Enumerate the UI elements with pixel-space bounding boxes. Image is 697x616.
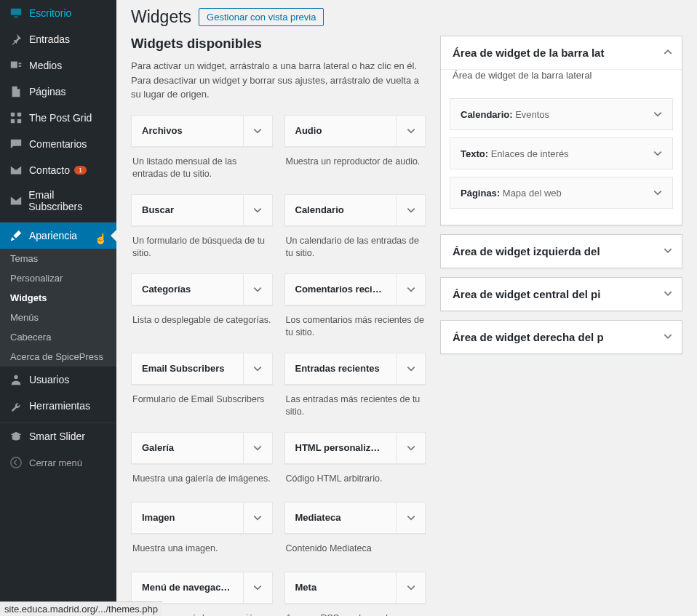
widget-area: Área de widget derecha del p [440,320,682,354]
sidebar-item-contacto[interactable]: Contacto 1 [0,157,116,183]
svg-point-7 [11,457,21,468]
widget-description: Un formulario de búsqueda de tu sitio. [131,226,273,273]
sidebar-item-smart-slider[interactable]: Smart Slider [0,423,116,449]
sidebar-item-the-post-grid[interactable]: The Post Grid [0,105,116,131]
mail-icon [9,163,23,177]
svg-rect-0 [19,63,22,64]
widget-area: Área de widget izquierda del [440,234,682,268]
widget-subtitle: Mapa del web [503,188,562,199]
available-widget[interactable]: Mediateca [284,502,426,534]
widget-toggle[interactable] [396,195,425,225]
submenu-item-cabecera[interactable]: Cabecera [0,327,116,347]
svg-rect-5 [17,119,21,123]
widget-toggle[interactable] [643,99,672,129]
widget-area-header[interactable]: Área de widget izquierda del [441,235,682,268]
widget-description: Muestra una imagen. [131,534,273,572]
collapse-menu-button[interactable]: Cerrar menú [0,449,116,476]
available-widget[interactable]: Categorías [131,273,273,305]
sidebar-item-usuarios[interactable]: Usuarios [0,367,116,393]
sidebar-item-apariencia[interactable]: Apariencia [0,223,116,249]
sidebar-item-comentarios[interactable]: Comentarios [0,131,116,157]
widget-toggle[interactable] [643,177,672,208]
widget-description: Muestra un reproductor de audio. [284,147,426,185]
chevron-down-icon [663,245,673,257]
available-widget[interactable]: Buscar [131,194,273,226]
sidebar-item-email-subscribers[interactable]: Email Subscribers [0,183,116,218]
widget-toggle[interactable] [243,572,272,603]
status-bar: site.educa.madrid.org/.../themes.php [0,601,162,616]
widget-area-description: Área de widget de la barra lateral [441,70,682,89]
submenu-item-personalizar[interactable]: Personalizar [0,268,116,288]
widget-area-header[interactable]: Área de widget derecha del p [441,321,682,353]
placed-widget[interactable]: Calendario: Eventos [450,98,673,130]
available-widget[interactable]: Meta [284,572,426,604]
widget-area-title: Área de widget central del pi [453,288,670,300]
brush-icon [9,228,23,243]
widget-toggle[interactable] [243,503,272,533]
widget-title: Texto: Enlaces de interés [461,148,569,159]
available-widget[interactable]: Menú de navegac… [131,572,273,604]
svg-rect-4 [11,119,15,123]
available-widget[interactable]: Imagen [131,502,273,534]
widget-description: Lista o desplegable de categorías. [131,305,273,343]
svg-rect-1 [19,65,22,67]
sidebar-item-label: Herramientas [29,400,90,412]
widget-area-title: Área de widget derecha del p [453,331,670,343]
widget-toggle[interactable] [396,503,425,533]
widget-toggle[interactable] [396,433,425,463]
available-widget[interactable]: Audio [284,115,426,147]
widget-area-header[interactable]: Área de widget central del pi [441,278,682,311]
slider-icon [9,429,23,444]
available-widget[interactable]: Calendario [284,194,426,226]
sidebar-item-label: Escritorio [29,7,71,19]
widget-area-header[interactable]: Área de widget de la barra lat [441,36,682,70]
media-icon [9,58,23,73]
widget-description: Formulario de Email Subscribers [131,385,273,423]
chevron-up-icon [663,47,673,59]
widget-areas-column: Área de widget de la barra lat Área de w… [440,36,682,616]
sidebar-item-herramientas[interactable]: Herramientas [0,393,116,419]
chevron-down-icon [663,288,673,300]
placed-widget[interactable]: Texto: Enlaces de interés [450,137,673,169]
sidebar-item-escritorio[interactable]: Escritorio [0,0,116,26]
widget-toggle[interactable] [243,195,272,225]
available-widget[interactable]: Email Subscribers [131,353,273,385]
available-widget[interactable]: Galería [131,432,273,464]
svg-point-6 [14,375,17,379]
available-widgets-column: Widgets disponibles Para activar un widg… [131,36,426,616]
admin-sidebar: Escritorio Entradas Medios Páginas The P… [0,0,116,616]
widget-toggle[interactable] [243,116,272,146]
manage-preview-button[interactable]: Gestionar con vista previa [199,8,324,26]
sidebar-item-label: Medios [29,60,62,71]
submenu-item-widgets[interactable]: Widgets [0,288,116,308]
widget-toggle[interactable] [243,353,272,384]
available-widget[interactable]: Entradas recientes [284,353,426,385]
sidebar-item-label: Apariencia [29,230,77,241]
main-content: Widgets Gestionar con vista previa Widge… [116,0,697,616]
collapse-icon [9,455,23,470]
sidebar-item-label: Entradas [29,33,70,45]
submenu-item-acerca-de-spicepress[interactable]: Acerca de SpicePress [0,347,116,367]
widget-toggle[interactable] [643,138,672,169]
available-widgets-title: Widgets disponibles [131,36,426,52]
sidebar-item-entradas[interactable]: Entradas [0,26,116,52]
widget-toggle[interactable] [243,274,272,305]
widget-toggle[interactable] [396,572,425,603]
mail-icon [9,193,23,208]
widget-description: Código HTML arbitrario. [284,464,426,502]
available-widget[interactable]: Archivos [131,115,273,147]
svg-rect-2 [11,113,15,116]
submenu-item-menús[interactable]: Menús [0,308,116,327]
widget-toggle[interactable] [243,433,272,463]
submenu-item-temas[interactable]: Temas [0,249,116,268]
sidebar-item-páginas[interactable]: Páginas [0,79,116,105]
available-widget[interactable]: Comentarios reci… [284,273,426,305]
widget-description: Acceso, RSS y enlaces de WordPress.org. [284,604,426,617]
placed-widget[interactable]: Páginas: Mapa del web [450,177,673,209]
sidebar-item-label: Contacto [29,164,70,176]
widget-toggle[interactable] [396,353,425,384]
available-widget[interactable]: HTML personaliz… [284,432,426,464]
sidebar-item-medios[interactable]: Medios [0,52,116,79]
widget-toggle[interactable] [396,116,425,146]
widget-toggle[interactable] [396,274,425,305]
